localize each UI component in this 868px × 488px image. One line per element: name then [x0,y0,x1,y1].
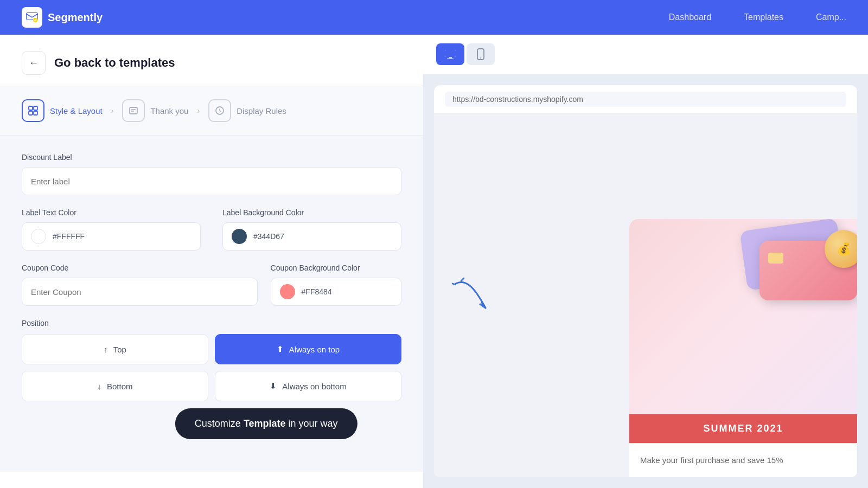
preview-card-image: 💰 [629,219,857,414]
position-grid: ↑ Top ⬆ Always on top ↓ Bottom ⬇ Always … [22,334,401,401]
logo-icon [22,7,42,28]
svg-rect-4 [34,106,37,110]
nav-camp[interactable]: Camp... [816,12,846,22]
label-bg-color-swatch [232,229,247,244]
svg-rect-12 [447,58,454,59]
desktop-device-button[interactable] [436,43,464,65]
tab-style-layout[interactable]: Style & Layout [22,99,103,122]
nav-templates[interactable]: Templates [744,12,783,22]
tab-thankyou-label: Thank you [150,106,188,115]
label-text-color-label: Label Text Color [22,208,201,217]
logo: Segmently [22,7,103,28]
svg-rect-10 [445,50,456,57]
coupon-bg-color-input[interactable]: #FF8484 [271,278,401,306]
preview-banner: SUMMER 2021 [629,414,857,443]
label-text-color-input[interactable]: #FFFFFF [22,222,201,251]
position-always-top-button[interactable]: ⬆ Always on top [215,334,401,364]
label-bg-color-label: Label Background Color [222,208,401,217]
coupon-bg-color-value: #FF8484 [302,287,332,296]
page-title: Go back to templates [54,56,175,70]
label-text-color-swatch [31,229,46,244]
svg-point-14 [480,57,481,59]
preview-card: 💰 SUMMER 2021 Make your first purchase a… [629,219,857,478]
position-label: Position [22,319,401,328]
discount-label-group: Discount Label [22,153,401,195]
customize-tooltip: Customize Template in your way [175,408,358,439]
label-bg-color-input[interactable]: #344D67 [222,222,401,251]
coupon-bg-label: Coupon Background Color [271,264,401,272]
position-bottom-icon: ↓ [97,382,101,391]
main-nav: Dashboard Templates Camp... [669,12,846,22]
card-chip [768,253,783,264]
position-always-bottom-icon: ⬇ [270,381,277,391]
main-layout: ← Go back to templates Style & Layout › [0,35,868,488]
mobile-device-button[interactable] [467,43,495,65]
svg-rect-5 [29,111,33,115]
position-bottom-label: Bottom [107,382,133,391]
tab-thankyou-icon [122,99,145,122]
tooltip-text-before: Customize [195,418,244,429]
svg-line-15 [461,278,464,281]
right-panel: https://bd-constructions.myshopify.com [423,35,868,488]
left-panel: ← Go back to templates Style & Layout › [0,35,423,488]
browser-bar: https://bd-constructions.myshopify.com [434,85,857,114]
preview-footer: Make your first purchase and save 15% [629,443,857,478]
discount-label-input[interactable] [22,167,401,195]
tooltip-text-after: in your way [286,418,338,429]
coupon-code-input[interactable] [22,278,258,306]
coupon-code-group: Coupon Code [22,264,258,306]
position-always-bottom-button[interactable]: ⬇ Always on bottom [215,371,401,401]
tab-display-icon [208,99,231,122]
svg-rect-3 [29,106,33,110]
nav-dashboard[interactable]: Dashboard [669,12,711,22]
app-name: Segmently [48,11,103,24]
app-header: Segmently Dashboard Templates Camp... [0,0,868,35]
wizard-tabs: Style & Layout › Thank you › [0,86,423,136]
form-content: Discount Label Label Text Color #FFFFFF … [0,136,423,472]
tab-chevron-2: › [197,106,200,115]
label-text-color-value: #FFFFFF [53,232,85,241]
position-top-button[interactable]: ↑ Top [22,334,208,364]
preview-toolbar [423,35,868,74]
discount-label-text: Discount Label [22,153,401,162]
label-bg-color-group: Label Background Color #344D67 [222,208,401,251]
position-always-top-label: Always on top [289,345,340,354]
tooltip-text-bold: Template [244,418,286,429]
browser-url: https://bd-constructions.myshopify.com [445,92,846,107]
position-always-bottom-label: Always on bottom [282,382,346,391]
position-bottom-button[interactable]: ↓ Bottom [22,371,208,401]
coupon-bg-color-swatch [280,284,295,299]
arrow-illustration [450,273,494,318]
label-text-color-group: Label Text Color #FFFFFF [22,208,201,251]
purchase-text: Make your first purchase and save 15% [640,454,846,467]
position-top-icon: ↑ [104,345,108,354]
coupon-bg-group: Coupon Background Color #FF8484 [271,264,401,306]
coupon-row: Coupon Code Coupon Background Color #FF8… [22,264,401,306]
tab-display-rules[interactable]: Display Rules [208,99,286,122]
tab-thank-you[interactable]: Thank you [122,99,188,122]
browser-content: 💰 SUMMER 2021 Make your first purchase a… [434,114,857,477]
position-always-top-icon: ⬆ [277,344,284,354]
tab-chevron-1: › [111,106,114,115]
color-row: Label Text Color #FFFFFF Label Backgroun… [22,208,401,251]
preview-browser: https://bd-constructions.myshopify.com [434,85,857,477]
label-bg-color-value: #344D67 [253,232,284,241]
tab-style-label: Style & Layout [50,106,103,115]
svg-rect-6 [34,111,37,115]
position-top-label: Top [113,345,126,354]
svg-rect-7 [130,107,137,114]
coupon-code-label: Coupon Code [22,264,258,272]
tab-style-icon [22,99,44,122]
position-group: Position ↑ Top ⬆ Always on top ↓ Bottom [22,319,401,401]
tab-display-label: Display Rules [237,106,286,115]
back-header: ← Go back to templates [0,35,423,86]
back-button[interactable]: ← [22,51,46,75]
coin-illustration: 💰 [825,230,857,268]
